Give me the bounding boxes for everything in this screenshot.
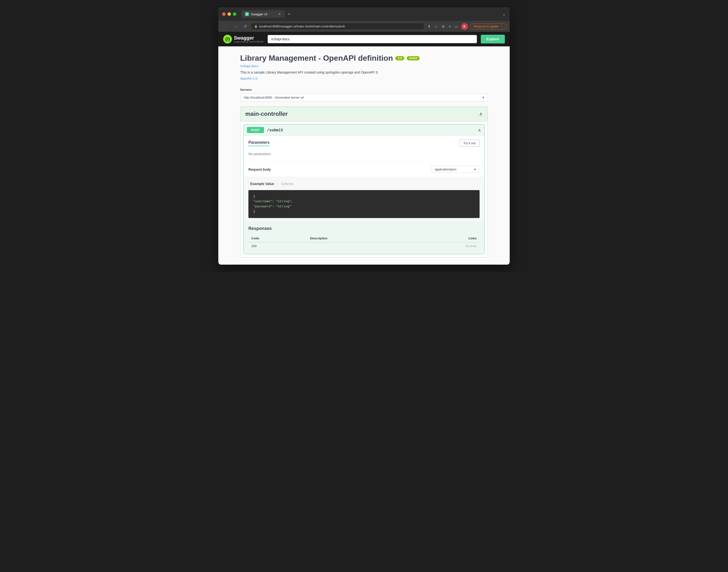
oas3-badge: OAS3: [407, 56, 420, 61]
responses-table: Code Description Links 200: [248, 234, 480, 250]
forward-button[interactable]: →: [231, 23, 239, 29]
servers-section: Servers http://localhost:8080 - Generate…: [240, 88, 488, 101]
code-block: { "username": "string", "password": "str…: [248, 190, 480, 218]
tab-divider: |: [276, 181, 279, 187]
method-badge: POST: [247, 127, 264, 133]
reading-mode-icon[interactable]: ≡: [448, 23, 452, 29]
share-icon[interactable]: ⬆: [427, 23, 432, 29]
schema-tab[interactable]: Schema: [279, 181, 295, 187]
swagger-brand: Swagger: [234, 35, 264, 41]
response-links: No links: [407, 242, 480, 250]
endpoint-detail: Parameters Try it out No parameters Requ…: [243, 136, 485, 254]
back-button[interactable]: ←: [221, 23, 229, 29]
swagger-search-input[interactable]: [268, 35, 477, 43]
response-description: [307, 242, 407, 250]
extensions-icon[interactable]: ⊕: [441, 23, 446, 29]
responses-title: Responses: [248, 226, 480, 231]
tab-favicon: S: [245, 12, 249, 16]
api-title: Library Management - OpenAPI definition: [240, 54, 393, 63]
page-content: {/} Swagger Supported by SMARTBEAR Explo…: [218, 32, 510, 265]
license-link[interactable]: Apache 2.0: [240, 76, 258, 80]
minimize-button[interactable]: [227, 12, 231, 16]
request-body-label: Request body: [248, 167, 271, 171]
controller-name: main-controller: [245, 111, 288, 117]
endpoint-left: POST /submit: [247, 127, 283, 133]
table-row: 200 No links: [248, 242, 480, 250]
servers-label: Servers: [240, 88, 488, 91]
swagger-logo-text: Swagger Supported by SMARTBEAR: [234, 35, 264, 43]
browser-titlebar: S Swagger UI ✕ + ⌄: [218, 7, 510, 21]
tab-title: Swagger UI: [251, 12, 267, 16]
response-code: 200: [248, 242, 307, 250]
relaunch-menu-icon: ⋮: [500, 25, 503, 28]
example-tabs: Example Value | Schema: [248, 181, 480, 187]
api-title-row: Library Management - OpenAPI definition …: [240, 54, 488, 63]
swagger-sub: Supported by SMARTBEAR: [234, 41, 264, 43]
server-selected-value: http://localhost:8080 - Generated server…: [244, 96, 304, 99]
fullscreen-button[interactable]: [233, 12, 236, 16]
traffic-lights: [222, 12, 236, 16]
version-badge: 2.0: [395, 56, 404, 61]
no-parameters-text: No parameters: [248, 150, 480, 158]
controller-section: main-controller ∧ POST /submit ∧: [240, 106, 488, 257]
content-type-select[interactable]: application/json ▾: [431, 166, 480, 173]
example-value-tab[interactable]: Example Value: [248, 181, 276, 187]
parameters-header: Parameters Try it out: [248, 140, 480, 147]
server-dropdown-icon: ▾: [483, 96, 484, 99]
request-body-header: Request body application/json ▾: [248, 166, 480, 173]
col-description: Description: [307, 234, 407, 242]
parameters-title: Parameters: [248, 140, 270, 146]
server-select[interactable]: http://localhost:8080 - Generated server…: [240, 93, 488, 101]
close-button[interactable]: [222, 12, 226, 16]
content-type-dropdown-icon: ▾: [474, 167, 476, 171]
request-body-section: Request body application/json ▾: [243, 162, 485, 177]
user-avatar[interactable]: E: [461, 23, 468, 30]
relaunch-button[interactable]: Relaunch to update ⋮: [470, 23, 507, 29]
split-view-icon[interactable]: ▭: [454, 23, 459, 29]
address-bar: 🔒 localhost:8080/swagger-ui/index.html#/…: [251, 23, 424, 30]
tab-close-icon[interactable]: ✕: [278, 12, 281, 16]
browser-toolbar: ← → ↺ 🔒 localhost:8080/swagger-ui/index.…: [218, 21, 510, 32]
api-docs-link[interactable]: /v3/api-docs: [240, 64, 488, 68]
swagger-logo: {/} Swagger Supported by SMARTBEAR: [223, 35, 264, 44]
controller-header[interactable]: main-controller ∧: [240, 106, 488, 121]
endpoint-collapse-icon[interactable]: ∧: [478, 128, 481, 133]
api-description: This is a sample Library Management API …: [240, 70, 488, 74]
browser-tab[interactable]: S Swagger UI ✕: [241, 10, 285, 18]
security-icon: 🔒: [254, 25, 258, 28]
content-type-value: application/json: [435, 167, 456, 171]
window-controls[interactable]: ⌄: [502, 11, 506, 17]
col-code: Code: [248, 234, 307, 242]
swagger-logo-icon: {/}: [223, 35, 232, 44]
example-section: Example Value | Schema { "username": "st…: [243, 177, 485, 222]
url-text[interactable]: localhost:8080/swagger-ui/index.html#/ma…: [259, 24, 421, 28]
try-it-out-button[interactable]: Try it out: [459, 140, 480, 147]
endpoint-row: POST /submit ∧ Parameters Try it out: [243, 124, 485, 254]
new-tab-button[interactable]: +: [287, 11, 291, 18]
relaunch-label: Relaunch to update: [474, 25, 499, 28]
parameters-section: Parameters Try it out No parameters: [243, 136, 485, 162]
browser-window: S Swagger UI ✕ + ⌄ ← → ↺ 🔒 localhost:808…: [218, 7, 510, 265]
endpoint-path: /submit: [267, 128, 283, 132]
responses-section: Responses Code Description Links: [243, 222, 485, 254]
bookmark-icon[interactable]: ☆: [434, 23, 439, 29]
toolbar-actions: ⬆ ☆ ⊕ ≡ ▭ E Relaunch to update ⋮: [427, 23, 507, 30]
refresh-button[interactable]: ↺: [242, 23, 249, 29]
controller-collapse-icon[interactable]: ∧: [479, 111, 483, 117]
col-links: Links: [407, 234, 480, 242]
tab-bar: S Swagger UI ✕ +: [241, 10, 499, 18]
swagger-header: {/} Swagger Supported by SMARTBEAR Explo…: [218, 32, 510, 46]
explore-button[interactable]: Explore: [481, 35, 505, 44]
endpoint-header[interactable]: POST /submit ∧: [243, 125, 485, 136]
swagger-body: Library Management - OpenAPI definition …: [230, 46, 498, 265]
